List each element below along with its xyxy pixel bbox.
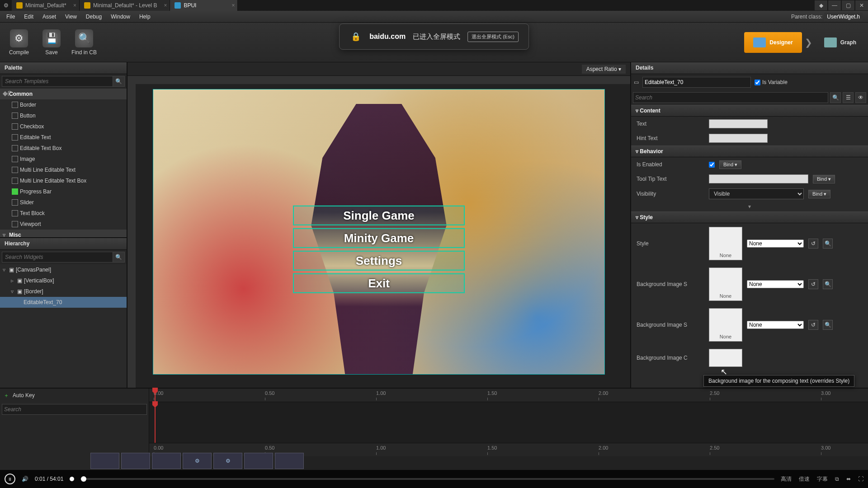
- menu-file[interactable]: File: [2, 12, 19, 22]
- task-icon[interactable]: [90, 453, 119, 469]
- browse-icon[interactable]: 🔍: [823, 320, 833, 330]
- search-icon[interactable]: 🔍: [113, 252, 125, 263]
- notify-icon[interactable]: ◆: [815, 0, 827, 10]
- tab-bpui[interactable]: BPUI×: [170, 0, 238, 11]
- visibility-select[interactable]: Visible: [709, 188, 804, 199]
- bind-button[interactable]: Bind ▾: [808, 190, 830, 198]
- autokey-label[interactable]: Auto Key: [13, 392, 35, 399]
- timeline-scrubber[interactable]: [155, 389, 156, 402]
- menu-window[interactable]: Window: [106, 12, 135, 22]
- palette-item[interactable]: Editable Text Box: [0, 143, 127, 154]
- details-search-input[interactable]: [633, 92, 828, 103]
- task-icon[interactable]: [152, 453, 181, 469]
- pause-button[interactable]: ⏸: [5, 474, 15, 484]
- widget-canvas[interactable]: Single Game Minity Game Settings Exit: [153, 89, 605, 375]
- aspect-ratio-dropdown[interactable]: Aspect Ratio ▾: [582, 65, 626, 74]
- graph-mode-button[interactable]: Graph: [815, 32, 865, 53]
- exit-fullscreen-button[interactable]: 退出全屏模式 (Esc): [467, 32, 519, 42]
- palette-item[interactable]: Button: [0, 110, 127, 121]
- timeline-playhead[interactable]: [155, 402, 156, 443]
- widget-name-input[interactable]: [642, 77, 751, 88]
- progress-knob[interactable]: [81, 476, 86, 482]
- menu-asset[interactable]: Asset: [38, 12, 61, 22]
- hierarchy-node-selected[interactable]: EditableText_70: [0, 297, 127, 308]
- volume-button[interactable]: 🔊: [22, 476, 28, 482]
- designer-mode-button[interactable]: Designer: [744, 32, 802, 53]
- bgc-thumbnail[interactable]: [709, 349, 742, 367]
- palette-item[interactable]: Multi Line Editable Text Box: [0, 175, 127, 186]
- cc-button[interactable]: 字幕: [817, 475, 828, 483]
- eye-icon[interactable]: ▣: [17, 277, 22, 284]
- hierarchy-header[interactable]: Hierarchy: [0, 238, 127, 250]
- menu-debug[interactable]: Debug: [81, 12, 106, 22]
- design-viewport[interactable]: Single Game Minity Game Settings Exit: [127, 76, 630, 388]
- bgs2-thumbnail[interactable]: None: [709, 308, 742, 342]
- hd-button[interactable]: 高清: [781, 475, 792, 483]
- hierarchy-node[interactable]: ▹▣[VerticalBox]: [0, 275, 127, 286]
- details-header[interactable]: Details: [631, 62, 868, 74]
- close-icon[interactable]: ×: [73, 2, 76, 9]
- minimize-button[interactable]: —: [828, 0, 841, 10]
- task-icon[interactable]: [121, 453, 150, 469]
- close-icon[interactable]: ×: [231, 2, 235, 9]
- text-input[interactable]: [709, 119, 768, 128]
- palette-search-input[interactable]: [2, 76, 113, 87]
- menu-item-settings[interactable]: Settings: [293, 251, 465, 271]
- expand-icon[interactable]: ▾: [631, 202, 868, 211]
- reset-icon[interactable]: ↺: [808, 279, 818, 289]
- section-style[interactable]: ▿ Style: [631, 211, 868, 223]
- palette-item[interactable]: Progress Bar: [0, 186, 127, 197]
- section-behavior[interactable]: ▿ Behavior: [631, 145, 868, 157]
- hierarchy-node[interactable]: ▿▣[Border]: [0, 286, 127, 297]
- wide-button[interactable]: ⬌: [846, 476, 851, 482]
- filter-icon[interactable]: ☰: [843, 92, 854, 103]
- task-icon[interactable]: ⚙: [213, 453, 242, 469]
- palette-group-misc[interactable]: ▿Misc: [0, 230, 127, 237]
- palette-item[interactable]: Multi Line Editable Text: [0, 164, 127, 175]
- search-icon[interactable]: 🔍: [113, 76, 125, 87]
- pip-button[interactable]: ⧉: [835, 476, 839, 482]
- hierarchy-search-input[interactable]: [2, 252, 113, 263]
- section-content[interactable]: ▿ Content: [631, 105, 868, 117]
- palette-item[interactable]: Editable Text: [0, 132, 127, 143]
- style-thumbnail[interactable]: None: [709, 227, 742, 260]
- menu-item-exit[interactable]: Exit: [293, 273, 465, 293]
- bind-button[interactable]: Bind ▾: [719, 160, 741, 169]
- enabled-checkbox[interactable]: [709, 162, 715, 168]
- palette-item[interactable]: Slider: [0, 197, 127, 208]
- details-body[interactable]: ▿ Content Text Hint Text ▿ Behavior Is E…: [631, 105, 868, 388]
- eye-icon[interactable]: 👁: [855, 92, 866, 103]
- timeline-search-input[interactable]: [2, 404, 147, 415]
- video-progress[interactable]: [80, 478, 774, 480]
- tab-level[interactable]: Minimal_Default*×: [12, 0, 80, 11]
- palette-header[interactable]: Palette: [0, 62, 127, 74]
- palette-group-common[interactable]: �િCommon: [0, 89, 127, 99]
- menu-help[interactable]: Help: [135, 12, 155, 22]
- fullscreen-button[interactable]: ⛶: [858, 476, 863, 482]
- bgs-thumbnail[interactable]: None: [709, 267, 742, 301]
- find-button[interactable]: 🔍Find in CB: [68, 24, 100, 61]
- browse-icon[interactable]: 🔍: [823, 279, 833, 289]
- palette-item[interactable]: Checkbox: [0, 121, 127, 132]
- task-icon[interactable]: [244, 453, 273, 469]
- browse-icon[interactable]: 🔍: [823, 239, 833, 249]
- palette-tree[interactable]: �િCommon Border Button Checkbox Editable…: [0, 89, 127, 237]
- hint-input[interactable]: [709, 134, 768, 143]
- bgs2-asset-select[interactable]: None: [747, 321, 804, 329]
- reset-icon[interactable]: ↺: [808, 239, 818, 249]
- close-icon[interactable]: ×: [164, 2, 167, 9]
- compile-button[interactable]: ⚙Compile: [3, 24, 35, 61]
- menu-item-single[interactable]: Single Game: [293, 206, 465, 225]
- menu-item-minity[interactable]: Minity Game: [293, 228, 465, 248]
- timeline-ruler-top[interactable]: 0.00 0.50 1.00 1.50 2.00 2.50 3.00: [149, 389, 868, 402]
- eye-icon[interactable]: ▣: [17, 288, 22, 295]
- palette-item[interactable]: Text Block: [0, 208, 127, 219]
- palette-item[interactable]: Image: [0, 154, 127, 164]
- save-button[interactable]: 💾Save: [35, 24, 68, 61]
- is-variable-checkbox[interactable]: Is Variable: [755, 79, 788, 85]
- add-track-button[interactable]: ＋: [4, 392, 9, 399]
- parent-class-link[interactable]: UserWidget.h: [824, 13, 863, 21]
- bind-button[interactable]: Bind ▾: [813, 175, 835, 183]
- style-asset-select[interactable]: None: [747, 239, 804, 248]
- search-icon[interactable]: 🔍: [830, 92, 841, 103]
